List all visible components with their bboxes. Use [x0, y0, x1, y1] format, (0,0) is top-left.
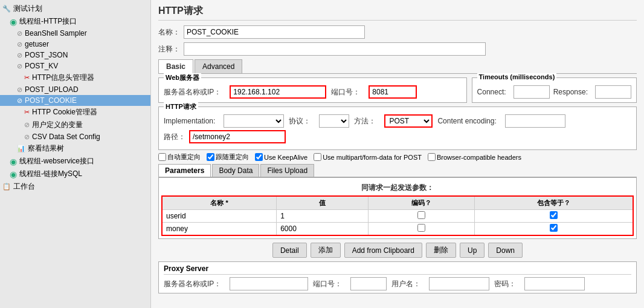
sidebar-item-test-plan[interactable]: 🔧 测试计划 [0, 2, 150, 15]
auto-redirect-checkbox[interactable] [158, 153, 166, 161]
proxy-port-label: 端口号： [313, 279, 342, 289]
results-tree-icon: 📊 [17, 145, 25, 152]
tab-basic[interactable]: Basic [158, 59, 193, 73]
follow-redirect-checkbox[interactable] [207, 153, 214, 161]
sidebar-item-getuser[interactable]: ⊘ getuser [0, 39, 150, 50]
param-include-equals-checkbox[interactable] [550, 224, 558, 232]
thread-group-ws-icon: ◉ [10, 157, 17, 166]
method-select[interactable]: POST GET [384, 114, 433, 128]
delete-button[interactable]: 删除 [426, 243, 456, 258]
comment-input[interactable] [184, 42, 486, 56]
keepalive-checkbox-item: Use KeepAlive [255, 153, 308, 161]
keepalive-checkbox[interactable] [255, 153, 263, 161]
method-label: 方法： [354, 116, 376, 126]
tab-advanced[interactable]: Advanced [195, 59, 242, 73]
col-header-value: 值 [277, 196, 369, 210]
sidebar-item-http-cookie-mgr[interactable]: ✂ HTTP Cookie管理器 [0, 106, 150, 119]
sidebar-item-results-tree[interactable]: 📊 察看结果树 [0, 142, 150, 155]
sidebar-item-csv-data-set[interactable]: ⊘ CSV Data Set Config [0, 131, 150, 142]
param-value-cell: 6000 [277, 223, 369, 236]
main-panel: HTTP请求 名称： 注释： Basic Advanced Web服务器 服务器… [151, 0, 644, 308]
sidebar-item-workbench[interactable]: 📋 工作台 [0, 180, 150, 193]
server-label: 服务器名称或IP： [164, 87, 221, 97]
tab-body-data[interactable]: Body Data [212, 164, 259, 177]
proxy-password-input[interactable] [524, 277, 585, 290]
sidebar-item-thread-group-ws[interactable]: ◉ 线程组-webservice接口 [0, 155, 150, 168]
comment-label: 注释： [158, 44, 180, 54]
sidebar-item-label: HTTP信息头管理器 [32, 73, 94, 83]
sidebar-item-beanshell[interactable]: ⊘ BeanShell Sampler [0, 28, 150, 39]
proxy-username-input[interactable] [429, 277, 489, 290]
browser-headers-checkbox-item: Browser-compatible headers [428, 153, 521, 161]
encoding-input[interactable] [505, 114, 565, 128]
action-buttons: Detail 添加 Add from Clipboard 删除 Up Down [158, 243, 637, 258]
name-row: 名称： [158, 25, 637, 39]
port-input[interactable] [369, 85, 417, 99]
http-request-section: HTTP请求 Implementation: 协议： 方法： POST GET … [158, 106, 637, 150]
sidebar-item-label: POST_UPLOAD [25, 85, 79, 94]
proxy-server-label: 服务器名称或IP： [164, 279, 221, 289]
keepalive-label: Use KeepAlive [264, 154, 308, 161]
proxy-port-input[interactable] [350, 277, 387, 290]
encoding-label: Content encoding: [437, 117, 496, 125]
response-label: Response: [553, 88, 588, 96]
multipart-label: Use multipart/form-data for POST [323, 154, 422, 161]
web-server-section: Web服务器 服务器名称或IP： 端口号： [158, 77, 467, 103]
sidebar-item-thread-group-http[interactable]: ◉ 线程组-HTTP接口 [0, 15, 150, 28]
multipart-checkbox[interactable] [314, 153, 321, 161]
param-encoded-checkbox[interactable] [417, 224, 425, 232]
sidebar-item-label: 线程组-webservice接口 [19, 156, 94, 166]
table-row: money 6000 [162, 223, 633, 236]
sidebar-item-label: 线程组-链接MySQL [19, 169, 82, 179]
path-input[interactable] [189, 130, 286, 143]
detail-button[interactable]: Detail [272, 243, 307, 258]
multipart-checkbox-item: Use multipart/form-data for POST [314, 153, 422, 161]
params-section: 同请求一起发送参数： 名称 * 值 编码？ 包含等于？ userid 1 [158, 177, 637, 239]
param-name-cell: money [162, 223, 277, 236]
user-vars-icon: ⊘ [24, 121, 30, 129]
connect-input[interactable] [514, 85, 550, 99]
col-header-name: 名称 * [162, 196, 277, 210]
timeouts-legend: Timeouts (milliseconds) [477, 73, 557, 80]
tab-files-upload[interactable]: Files Upload [260, 164, 314, 177]
browser-headers-checkbox[interactable] [428, 153, 436, 161]
tab-parameters[interactable]: Parameters [158, 164, 211, 177]
add-from-clipboard-button[interactable]: Add from Clipboard [344, 243, 422, 258]
sidebar-item-label: 线程组-HTTP接口 [19, 16, 77, 27]
name-input[interactable] [184, 25, 365, 39]
param-encoded-checkbox[interactable] [417, 211, 425, 219]
down-button[interactable]: Down [488, 243, 523, 258]
sidebar-item-label: 测试计划 [13, 4, 42, 14]
csv-icon: ⊘ [24, 133, 30, 141]
auto-redirect-checkbox-item: 自动重定向 [158, 152, 201, 162]
path-label: 路径： [164, 132, 185, 142]
sidebar-item-user-vars[interactable]: ⊘ 用户定义的变量 [0, 119, 150, 131]
protocol-select[interactable] [319, 114, 349, 128]
param-include-equals-checkbox[interactable] [550, 211, 558, 219]
sidebar-item-post-upload[interactable]: ⊘ POST_UPLOAD [0, 84, 150, 95]
impl-select[interactable] [224, 114, 284, 128]
test-plan-icon: 🔧 [2, 5, 11, 13]
response-input[interactable] [595, 85, 631, 99]
sidebar-item-label: POST_COOKIE [25, 96, 77, 105]
page-title: HTTP请求 [158, 5, 637, 21]
sidebar-item-http-header-mgr[interactable]: ✂ HTTP信息头管理器 [0, 71, 150, 84]
proxy-server-input[interactable] [230, 277, 308, 290]
sidebar-item-thread-group-mysql[interactable]: ◉ 线程组-链接MySQL [0, 168, 150, 180]
post-cookie-icon: ⊘ [17, 97, 22, 105]
http-header-icon: ✂ [24, 74, 30, 82]
sidebar-item-label: POST_KV [25, 62, 58, 70]
sidebar-item-post-kv[interactable]: ⊘ POST_KV [0, 61, 150, 71]
up-button[interactable]: Up [460, 243, 485, 258]
http-request-legend: HTTP请求 [164, 102, 198, 111]
sidebar-item-post-json[interactable]: ⊘ POST_JSON [0, 50, 150, 61]
server-input[interactable] [230, 85, 326, 99]
sidebar-item-label: getuser [25, 40, 49, 48]
tab-bar: Basic Advanced [158, 59, 637, 74]
add-button[interactable]: 添加 [311, 243, 341, 258]
sidebar-item-label: 工作台 [13, 182, 35, 192]
sidebar-item-post-cookie[interactable]: ⊘ POST_COOKIE [0, 95, 150, 106]
auto-redirect-label: 自动重定向 [167, 152, 201, 162]
col-header-encoded: 编码？ [369, 196, 475, 210]
col-header-include-equals: 包含等于？ [475, 196, 633, 210]
